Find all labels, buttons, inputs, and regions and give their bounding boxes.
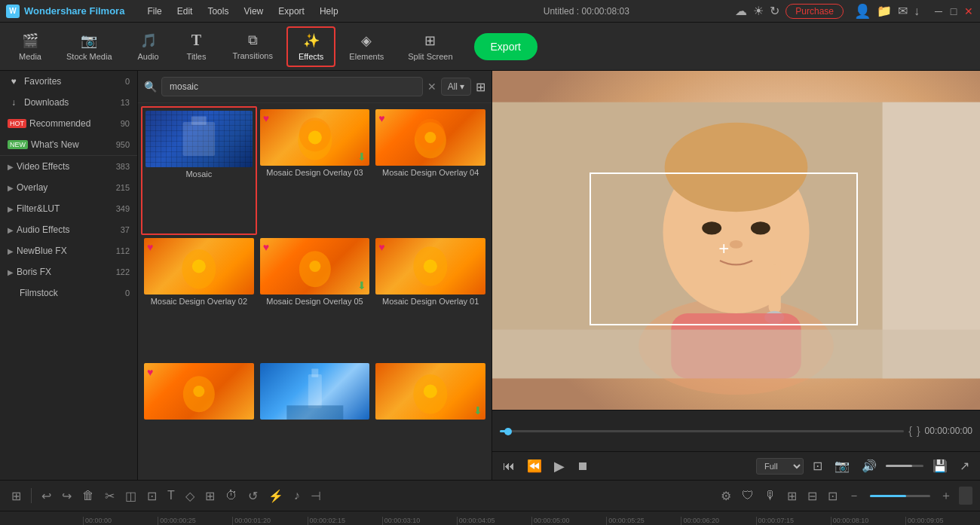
playback-progress-bar[interactable] xyxy=(500,430,904,432)
panel-item-filmstock[interactable]: Filmstock 0 xyxy=(0,282,137,304)
menu-file[interactable]: File xyxy=(139,3,169,20)
effect-thumb-overlay-02: ♥ xyxy=(144,238,254,295)
panel-item-overlay[interactable]: ▶ Overlay 215 xyxy=(0,177,137,198)
downloads-count: 13 xyxy=(121,98,130,107)
screenshot-button[interactable]: 📷 xyxy=(831,456,853,476)
progress-handle[interactable] xyxy=(504,428,512,435)
text-button[interactable]: T xyxy=(164,486,179,505)
audio-detach-button[interactable]: ♪ xyxy=(290,486,304,505)
play-button[interactable]: ▶ xyxy=(551,455,568,478)
user-icon[interactable]: 👤 xyxy=(854,3,871,20)
stock-media-icon: 📷 xyxy=(81,32,97,49)
delete-button[interactable]: 🗑 xyxy=(78,486,98,505)
panel-item-video-effects[interactable]: ▶ Video Effects 383 xyxy=(0,156,137,177)
cut-button[interactable]: ✂ xyxy=(101,486,118,506)
zoom-in-button[interactable]: ＋ xyxy=(936,485,956,507)
panel-item-newblue[interactable]: ▶ NewBlue FX 112 xyxy=(0,240,137,261)
menu-help[interactable]: Help xyxy=(312,3,346,20)
app-name: Wondershare Filmora xyxy=(24,5,124,17)
marker-button[interactable]: ⏱ xyxy=(222,486,241,505)
toolbar-titles[interactable]: T Titles xyxy=(174,27,219,66)
toolbar-media[interactable]: 🎬 Media xyxy=(8,28,53,66)
split-button[interactable]: ⊣ xyxy=(307,486,325,506)
search-input[interactable] xyxy=(161,77,423,96)
toolbar-stock-media[interactable]: 📷 Stock Media xyxy=(56,28,123,66)
volume-slider[interactable] xyxy=(886,465,923,467)
pip-icon[interactable]: ⊡ xyxy=(824,486,841,506)
grid-view-button[interactable]: ⊞ xyxy=(476,80,485,94)
maximize-button[interactable]: □ xyxy=(948,6,959,17)
mail-icon[interactable]: ✉ xyxy=(898,4,908,18)
effect-overlay-01[interactable]: ♥ Mosaic Design Overlay 01 xyxy=(372,235,488,361)
mix-icon[interactable]: ⊞ xyxy=(783,486,801,506)
effect-r1[interactable]: ♥ xyxy=(141,360,257,477)
menu-tools[interactable]: Tools xyxy=(200,3,236,20)
panel-item-downloads[interactable]: ↓ Downloads 13 xyxy=(0,92,137,113)
minimize-button[interactable]: ─ xyxy=(933,6,944,17)
undo-button[interactable]: ↩ xyxy=(38,486,55,506)
toolbar-elements[interactable]: ◈ Elements xyxy=(338,28,394,66)
zoom-level-select[interactable]: Full 50% 75% 100% xyxy=(756,458,804,475)
toolbar-split-screen[interactable]: ⊞ Split Screen xyxy=(397,28,463,66)
ruler-mark-10: 00:00:08:10 xyxy=(831,517,905,525)
close-button[interactable]: ✕ xyxy=(963,6,974,17)
effect-overlay-03[interactable]: ♥ ⬇ Mosaic Design Overlay 03 xyxy=(257,106,373,235)
fit-window-button[interactable]: ⊡ xyxy=(810,456,825,476)
panel-item-favorites[interactable]: ♥ Favorites 0 xyxy=(0,71,137,92)
effect-overlay-04[interactable]: ♥ Mosaic Design Overlay 04 xyxy=(372,106,488,235)
toolbar-effects[interactable]: ✨ Effects xyxy=(286,26,335,67)
export-button[interactable]: Export xyxy=(474,33,537,60)
refresh-icon[interactable]: ↻ xyxy=(770,4,779,18)
panel-item-audio-effects[interactable]: ▶ Audio Effects 37 xyxy=(0,219,137,240)
panel-item-boris[interactable]: ▶ Boris FX 122 xyxy=(0,261,137,282)
split-screen-label: Split Screen xyxy=(408,52,452,61)
toolbar-audio[interactable]: 🎵 Audio xyxy=(126,28,171,66)
shield-icon[interactable]: 🛡 xyxy=(738,486,758,505)
mic-icon[interactable]: 🎙 xyxy=(761,486,780,505)
speed-button[interactable]: ⚡ xyxy=(265,486,287,506)
effect-r2[interactable] xyxy=(257,360,373,477)
download-icon[interactable]: ↓ xyxy=(914,5,920,18)
effect-thumb-r1: ♥ xyxy=(144,363,254,420)
split-view-icon[interactable]: ⊟ xyxy=(804,486,821,506)
zoom-out-button[interactable]: － xyxy=(844,485,864,507)
effect-r3[interactable]: ⬇ xyxy=(372,360,488,477)
in-point-button[interactable]: { xyxy=(908,425,912,437)
timeline-zoom-slider[interactable] xyxy=(870,495,930,497)
external-preview-button[interactable]: ↗ xyxy=(957,456,972,476)
group-button[interactable]: ⊞ xyxy=(201,486,219,506)
stop-button[interactable]: ⏹ xyxy=(574,456,592,476)
purchase-button[interactable]: Purchase xyxy=(786,4,844,19)
folder-icon[interactable]: 📁 xyxy=(877,4,892,18)
skip-back-button[interactable]: ⏮ xyxy=(500,456,518,476)
effects-grid: Mosaic ♥ ⬇ Mosaic Design Overlay 03 ♥ xyxy=(138,103,492,480)
menu-export[interactable]: Export xyxy=(271,3,312,20)
search-icon: 🔍 xyxy=(144,81,157,93)
keyframe-button[interactable]: ◇ xyxy=(182,486,198,506)
cloud-icon[interactable]: ☁ xyxy=(735,4,747,18)
effect-mosaic[interactable]: Mosaic xyxy=(141,106,257,235)
redo-button[interactable]: ↪ xyxy=(58,486,75,506)
step-back-button[interactable]: ⏪ xyxy=(524,456,545,476)
menu-view[interactable]: View xyxy=(236,3,271,20)
toolbar-transitions[interactable]: ⧉ Transitions xyxy=(222,28,283,65)
filter-dropdown[interactable]: All ▾ xyxy=(441,78,471,96)
effect-overlay-02[interactable]: ♥ Mosaic Design Overlay 02 xyxy=(141,235,257,361)
out-point-button[interactable]: } xyxy=(917,425,920,437)
sun-icon[interactable]: ☀ xyxy=(753,4,764,18)
save-frame-button[interactable]: 💾 xyxy=(929,456,951,476)
panel-item-whats-new[interactable]: NEW What's New 950 xyxy=(0,134,137,155)
volume-button[interactable]: 🔊 xyxy=(859,456,880,476)
settings-icon[interactable]: ⚙ xyxy=(717,486,735,506)
panel-item-recommended[interactable]: HOT Recommended 90 xyxy=(0,113,137,134)
effect-overlay-05[interactable]: ♥ ⬇ Mosaic Design Overlay 05 xyxy=(257,235,373,361)
crop-button[interactable]: ⊡ xyxy=(143,486,161,506)
window-controls: ─ □ ✕ xyxy=(933,6,974,17)
clip-button[interactable]: ◫ xyxy=(121,486,140,506)
panel-item-filter-lut[interactable]: ▶ Filter&LUT 349 xyxy=(0,198,137,219)
snap-button[interactable]: ⊞ xyxy=(8,486,25,506)
loop-button[interactable]: ↺ xyxy=(244,486,262,506)
app-logo: W Wondershare Filmora xyxy=(6,5,124,18)
menu-edit[interactable]: Edit xyxy=(170,3,201,20)
clear-search-button[interactable]: ✕ xyxy=(427,81,436,93)
